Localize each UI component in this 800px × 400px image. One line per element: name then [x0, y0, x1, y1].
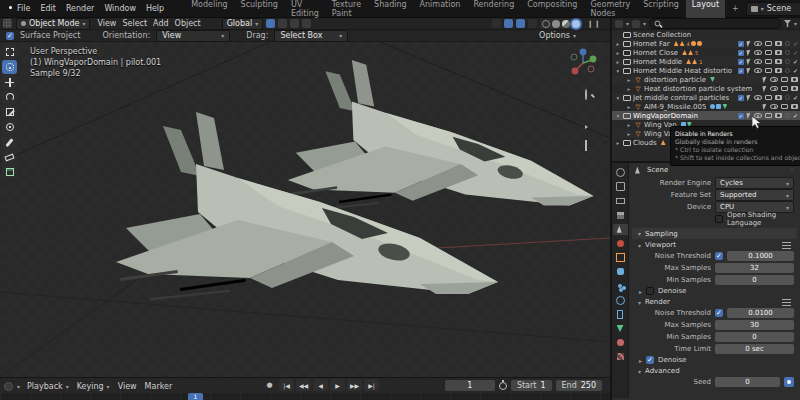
menu-file[interactable]: File: [12, 2, 35, 15]
properties-tab-world[interactable]: [613, 238, 628, 249]
navigation-gizmo[interactable]: [568, 48, 598, 78]
hide-in-viewport-toggle[interactable]: [770, 104, 778, 109]
transform-tool[interactable]: [2, 120, 17, 134]
add-primitive-tool[interactable]: [2, 165, 17, 179]
outliner-row-heat-distortion-particle-system[interactable]: ▸▽Heat distortion particle system: [612, 84, 800, 93]
outliner-search-input[interactable]: [649, 18, 781, 29]
noise-threshold-checkbox[interactable]: ✓: [715, 252, 723, 260]
next-keyframe-button[interactable]: ▶▶: [347, 379, 362, 391]
timeline-editor-icon[interactable]: [4, 382, 13, 391]
disable-in-viewports-toggle[interactable]: [765, 50, 772, 55]
workspace-tab-shading[interactable]: Shading: [368, 0, 413, 20]
proportional-editing-icon[interactable]: [290, 19, 299, 28]
max-samples-field[interactable]: 30: [715, 320, 794, 330]
holdout-toggle[interactable]: [785, 68, 790, 73]
viewport-menu-object[interactable]: Object: [172, 19, 204, 28]
menu-edit[interactable]: Edit: [35, 2, 61, 15]
selectable-toggle[interactable]: [746, 40, 751, 47]
holdout-toggle[interactable]: [785, 59, 790, 64]
workspace-tab-animation[interactable]: Animation: [414, 0, 467, 20]
playhead[interactable]: 1: [188, 393, 203, 400]
zoom-control[interactable]: [585, 90, 596, 100]
frame-end-field[interactable]: End250: [556, 380, 602, 391]
cursor-tool[interactable]: [2, 60, 17, 74]
properties-tab-object-data[interactable]: [613, 323, 628, 334]
toggle-xray-icon[interactable]: [528, 19, 537, 28]
selectable-toggle[interactable]: [746, 58, 751, 65]
properties-tab-scene[interactable]: [613, 224, 628, 235]
timeline-ruler[interactable]: 1: [0, 393, 610, 400]
hide-in-viewport-toggle[interactable]: [754, 95, 762, 100]
toggle-orthographic-control[interactable]: [585, 141, 596, 151]
shading-wireframe-button[interactable]: [542, 20, 550, 28]
exclude-checkbox[interactable]: ✓: [738, 95, 744, 101]
expand-arrow[interactable]: ▸: [626, 131, 632, 137]
measure-tool[interactable]: [2, 150, 17, 164]
shading-solid-button[interactable]: [552, 20, 560, 28]
hide-in-viewport-toggle[interactable]: [754, 41, 762, 46]
hide-in-viewport-toggle[interactable]: [770, 77, 778, 82]
properties-tab-tool[interactable]: [613, 167, 628, 178]
disable-in-viewports-toggle[interactable]: [765, 41, 772, 46]
drag-dropdown[interactable]: Select Box ▾: [274, 30, 348, 42]
expand-arrow[interactable]: ▾: [615, 95, 621, 101]
expand-arrow[interactable]: ▸: [615, 50, 621, 56]
use-preview-range-icon[interactable]: [499, 382, 507, 390]
noise-threshold-field[interactable]: 0.1000: [727, 251, 794, 261]
noise-threshold-checkbox[interactable]: ✓: [715, 309, 723, 317]
workspace-tab-compositing[interactable]: Compositing: [521, 0, 583, 20]
presets-icon[interactable]: [782, 299, 791, 306]
timeline-menu-keying[interactable]: Keying▾: [74, 382, 113, 391]
workspace-tab-texture-paint[interactable]: Texture Paint: [326, 0, 367, 20]
disable-in-renders-toggle[interactable]: [775, 113, 782, 118]
seed-field[interactable]: 0: [715, 377, 780, 387]
shading-rendered-button[interactable]: [572, 20, 580, 28]
selectable-toggle[interactable]: [746, 94, 751, 101]
disable-in-renders-toggle[interactable]: [775, 41, 782, 46]
menu-help[interactable]: Help: [141, 2, 169, 15]
expand-arrow[interactable]: ▸: [615, 140, 621, 146]
auto-keying-record-button[interactable]: ●: [262, 379, 277, 391]
properties-tab-constraints[interactable]: [613, 309, 628, 320]
disable-in-viewports-toggle[interactable]: [781, 104, 788, 109]
exclude-checkbox[interactable]: ✓: [738, 68, 744, 74]
selectable-toggle[interactable]: [762, 85, 767, 92]
holdout-toggle[interactable]: [785, 95, 790, 100]
workspace-tab-rendering[interactable]: Rendering: [467, 0, 520, 20]
disable-in-viewports-toggle[interactable]: [765, 95, 772, 100]
move-tool[interactable]: [2, 75, 17, 89]
exclude-checkbox[interactable]: ✓: [738, 59, 744, 65]
viewport-menu-select[interactable]: Select: [119, 19, 150, 28]
properties-tab-view-layer[interactable]: [613, 210, 628, 221]
disable-in-viewports-toggle[interactable]: [765, 68, 772, 73]
hide-in-viewport-toggle[interactable]: [770, 86, 778, 91]
rotate-tool[interactable]: [2, 90, 17, 104]
show-overlays-icon[interactable]: [516, 19, 525, 28]
3d-viewport[interactable]: User Perspective (1) WingVaporDomain | p…: [0, 42, 610, 377]
hide-in-viewport-toggle[interactable]: [754, 50, 762, 55]
denoise-checkbox[interactable]: ✓: [646, 287, 654, 295]
feature-set-dropdown[interactable]: Supported▾: [715, 189, 794, 201]
exclude-checkbox[interactable]: ✓: [738, 41, 744, 47]
expand-arrow[interactable]: ▸: [626, 122, 632, 128]
outliner-row-distortion-particle[interactable]: ▸▽distortion particle: [612, 75, 800, 84]
disable-in-viewports-toggle[interactable]: [781, 77, 788, 82]
holdout-toggle[interactable]: [785, 41, 790, 46]
selectable-toggle[interactable]: [762, 76, 767, 83]
snapping-magnet-icon[interactable]: [266, 19, 275, 28]
expand-arrow[interactable]: ▸: [626, 77, 632, 83]
camera-view-control[interactable]: [585, 124, 596, 134]
shading-material-preview-button[interactable]: [562, 20, 570, 28]
current-frame-field[interactable]: 1: [445, 380, 495, 391]
disable-in-viewports-toggle[interactable]: [765, 113, 772, 118]
viewport-render-pause-button[interactable]: ❙❙: [585, 20, 603, 28]
outliner-row-scene-collection[interactable]: Scene Collection: [612, 30, 800, 39]
add-workspace-button[interactable]: +: [727, 2, 744, 15]
previous-keyframe-button[interactable]: ◀◀: [296, 379, 311, 391]
disable-in-renders-toggle[interactable]: [775, 68, 782, 73]
play-reverse-button[interactable]: ◀: [313, 379, 328, 391]
presets-icon[interactable]: [782, 242, 791, 249]
outliner-row-hornet-close[interactable]: ▸Hornet Close5✓✓: [612, 48, 800, 57]
hide-in-viewport-toggle[interactable]: [754, 68, 762, 73]
jump-to-end-button[interactable]: ▶|: [364, 379, 379, 391]
